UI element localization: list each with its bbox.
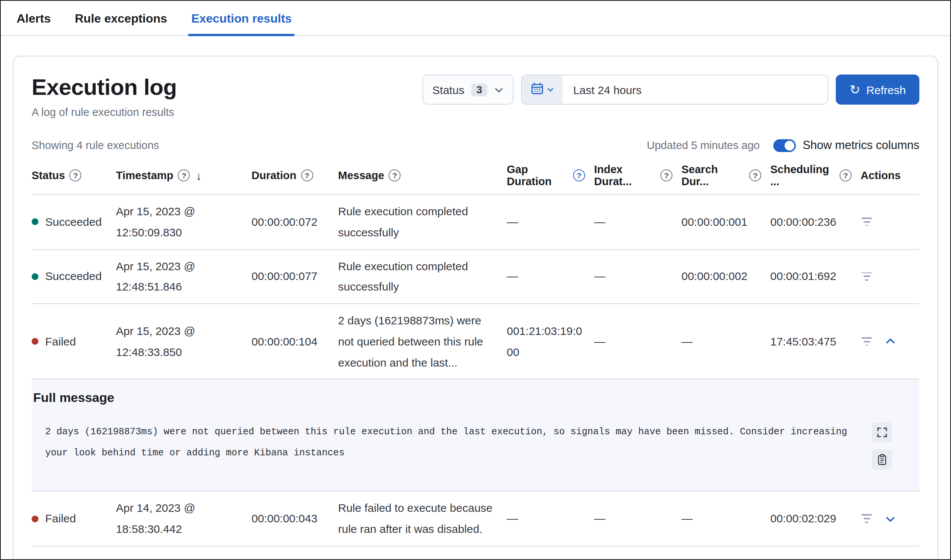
- col-header-gap-duration: Gap Duration ?: [507, 158, 594, 194]
- index-duration-cell: —: [594, 206, 682, 238]
- page-number-1[interactable]: 1: [869, 558, 876, 560]
- table-row: Failed Apr 14, 2023 @ 18:58:30.442 00:00…: [32, 492, 919, 546]
- scheduling-delay-cell: 00:00:00:236: [770, 206, 861, 238]
- toolbar: Status 3: [422, 74, 919, 105]
- status-filter-count-badge: 3: [471, 83, 487, 96]
- chevron-down-icon: [494, 85, 504, 94]
- index-duration-cell: —: [594, 325, 682, 358]
- actions-cell: [861, 266, 919, 287]
- refresh-button[interactable]: ↻ Refresh: [836, 74, 919, 105]
- full-message-heading: Full message: [33, 391, 919, 406]
- expanded-row-detail: Full message 2 days (162198873ms) were n…: [32, 380, 919, 492]
- status-filter-label: Status: [432, 83, 464, 96]
- gap-duration-cell: —: [507, 206, 594, 238]
- col-header-actions: Actions: [861, 164, 919, 188]
- status-filter-button[interactable]: Status 3: [422, 74, 514, 105]
- date-range-picker[interactable]: Last 24 hours: [521, 74, 828, 105]
- help-icon[interactable]: ?: [389, 169, 401, 182]
- refresh-icon: ↻: [849, 83, 860, 96]
- status-cell: Failed: [32, 502, 116, 535]
- expand-fullscreen-icon[interactable]: [872, 423, 892, 443]
- gap-duration-cell: —: [507, 260, 594, 293]
- col-header-scheduling-delay: Scheduling ... ?: [770, 158, 861, 194]
- status-cell: Succeeded: [32, 206, 116, 238]
- date-range-value[interactable]: Last 24 hours: [562, 75, 642, 104]
- tab-alerts[interactable]: Alerts: [14, 12, 54, 35]
- next-page-chevron-right-icon[interactable]: [891, 559, 901, 560]
- execution-log-panel: Execution log A log of rule execution re…: [13, 56, 938, 560]
- tab-rule-exceptions[interactable]: Rule exceptions: [72, 12, 170, 35]
- duration-cell: 00:00:00:072: [251, 206, 338, 238]
- col-header-message: Message ?: [338, 164, 507, 188]
- last-updated-text: Updated 5 minutes ago: [647, 139, 760, 151]
- message-cell: 2 days (162198873ms) were not queried be…: [338, 304, 507, 379]
- help-icon[interactable]: ?: [840, 169, 852, 182]
- filter-icon[interactable]: [861, 337, 873, 346]
- status-cell: Succeeded: [32, 260, 116, 293]
- search-duration-cell: 00:00:00:002: [682, 260, 770, 293]
- help-icon[interactable]: ?: [573, 169, 585, 182]
- timestamp-cell: Apr 15, 2023 @ 12:48:51.846: [116, 249, 251, 303]
- actions-cell: [861, 507, 919, 530]
- page-subtitle: A log of rule execution results: [32, 106, 177, 118]
- help-icon[interactable]: ?: [660, 169, 672, 182]
- help-icon[interactable]: ?: [70, 169, 82, 182]
- show-metrics-toggle-label: Show metrics columns: [803, 138, 919, 152]
- search-duration-cell: —: [682, 325, 770, 358]
- collapse-row-chevron-up-icon[interactable]: [885, 336, 896, 347]
- message-cell: Rule execution completed successfully: [338, 249, 507, 303]
- pagination-bar: Rows per page: 5 1: [32, 546, 919, 560]
- duration-cell: 00:00:00:043: [251, 502, 338, 535]
- help-icon[interactable]: ?: [301, 169, 313, 182]
- status-success-dot-icon: [32, 218, 38, 225]
- help-icon[interactable]: ?: [178, 169, 190, 182]
- timestamp-cell: Apr 15, 2023 @ 12:48:33.850: [116, 315, 251, 368]
- gap-duration-cell: —: [507, 502, 594, 535]
- timestamp-cell: Apr 15, 2023 @ 12:50:09.830: [116, 195, 251, 249]
- chevron-down-icon: [546, 83, 554, 96]
- scheduling-delay-cell: 00:00:01:692: [770, 260, 861, 293]
- rows-per-page-button[interactable]: Rows per page: 5: [33, 558, 133, 560]
- actions-cell: [861, 211, 919, 232]
- help-icon[interactable]: ?: [749, 169, 761, 182]
- status-failed-dot-icon: [32, 338, 38, 345]
- expand-row-chevron-down-icon[interactable]: [885, 513, 896, 524]
- status-cell: Failed: [32, 325, 116, 358]
- duration-cell: 00:00:00:104: [251, 325, 338, 358]
- status-success-dot-icon: [32, 273, 38, 280]
- show-metrics-toggle[interactable]: [773, 139, 796, 152]
- date-picker-quick-menu[interactable]: [522, 75, 562, 104]
- table-row: Succeeded Apr 15, 2023 @ 12:50:09.830 00…: [32, 195, 919, 249]
- col-header-index-duration: Index Durat... ?: [594, 158, 682, 194]
- filter-icon[interactable]: [861, 514, 873, 523]
- table-row: Failed Apr 15, 2023 @ 12:48:33.850 00:00…: [32, 304, 919, 380]
- filter-icon[interactable]: [861, 217, 873, 226]
- index-duration-cell: —: [594, 502, 682, 535]
- index-duration-cell: —: [594, 260, 682, 293]
- showing-count-text: Showing 4 rule executions: [32, 139, 159, 151]
- scheduling-delay-cell: 00:00:02:029: [770, 502, 861, 535]
- toggle-knob: [785, 140, 794, 150]
- app-window: Alerts Rule exceptions Execution results…: [0, 0, 951, 560]
- table-header-row: Status ? Timestamp ? ↓ Duration ? Messag…: [32, 158, 919, 195]
- message-cell: Rule failed to execute because rule ran …: [338, 492, 507, 546]
- calendar-icon: [531, 82, 543, 97]
- gap-duration-cell: 001:21:03:19:000: [507, 315, 594, 368]
- copy-to-clipboard-icon[interactable]: [872, 450, 892, 470]
- top-tabs: Alerts Rule exceptions Execution results: [1, 1, 950, 36]
- timestamp-cell: Apr 14, 2023 @ 18:58:30.442: [116, 492, 251, 546]
- table-row: Succeeded Apr 15, 2023 @ 12:48:51.846 00…: [32, 249, 919, 304]
- message-cell: Rule execution completed successfully: [338, 195, 507, 249]
- refresh-button-label: Refresh: [866, 83, 906, 96]
- tab-execution-results[interactable]: Execution results: [188, 12, 295, 36]
- col-header-status: Status ?: [32, 164, 116, 188]
- col-header-timestamp[interactable]: Timestamp ? ↓: [116, 164, 251, 189]
- scheduling-delay-cell: 17:45:03:475: [770, 325, 861, 358]
- previous-page-chevron-left-icon[interactable]: [844, 559, 854, 560]
- filter-icon[interactable]: [861, 272, 873, 281]
- duration-cell: 00:00:00:077: [251, 260, 338, 293]
- search-duration-cell: 00:00:00:001: [682, 206, 770, 238]
- full-message-text: 2 days (162198873ms) were not queried be…: [45, 423, 859, 464]
- status-failed-dot-icon: [32, 515, 38, 522]
- title-block: Execution log A log of rule execution re…: [32, 74, 177, 118]
